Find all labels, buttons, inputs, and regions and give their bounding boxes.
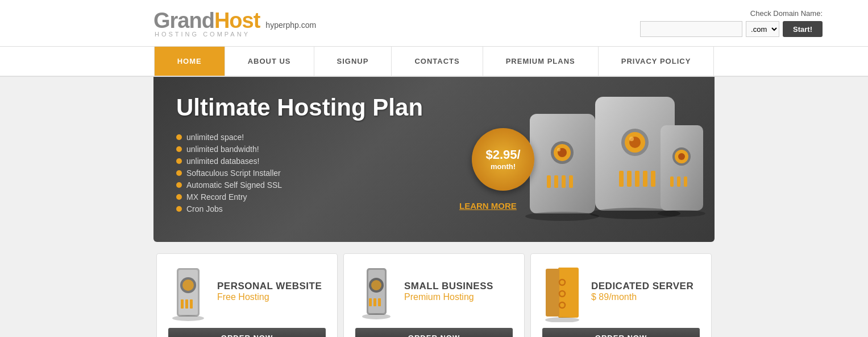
domain-check-row: .com .net .org .info Start! (640, 21, 823, 37)
card-personal-title: PERSONAL WEBSITE (217, 281, 326, 292)
svg-rect-42 (373, 298, 376, 306)
card-dedicated-order-btn[interactable]: ORDER NOW (542, 328, 700, 337)
feature-2: unlimited bandwidth! (176, 145, 692, 154)
price-period: month! (491, 162, 516, 171)
card-business-subtitle: Premium Hosting (404, 292, 513, 302)
bullet-icon (176, 146, 182, 152)
svg-point-40 (371, 280, 381, 290)
logo-main: GrandHost hyperphp.com (153, 9, 316, 33)
card-business: SMALL BUSINESS Premium Hosting ORDER NOW (343, 253, 525, 337)
card-personal-inner: PERSONAL WEBSITE Free Hosting (168, 265, 326, 322)
svg-point-51 (545, 317, 579, 322)
hero-features: unlimited space! unlimited bandwidth! un… (176, 133, 692, 213)
card-business-info: SMALL BUSINESS Premium Hosting (404, 281, 513, 307)
logo-subtitle: HOSTING COMPANY (153, 31, 316, 38)
start-button[interactable]: Start! (783, 21, 823, 37)
main-nav: HOME ABOUT US SIGNUP CONTACTS PREMIUM PL… (0, 47, 868, 77)
hero-banner: Ultimate Hosting Plan unlimited space! u… (153, 77, 715, 242)
svg-rect-43 (378, 298, 381, 306)
hero-content: Ultimate Hosting Plan unlimited space! u… (176, 94, 692, 225)
feature-4: Softaculous Script Installer (176, 168, 692, 178)
card-dedicated-inner: DEDICATED SERVER $ 89/month (542, 265, 700, 322)
card-personal-info: PERSONAL WEBSITE Free Hosting (217, 281, 326, 307)
nav-item-about[interactable]: ABOUT US (225, 47, 314, 76)
card-personal-order-btn[interactable]: ORDER NOW (168, 328, 326, 337)
svg-rect-46 (558, 268, 579, 318)
svg-point-32 (182, 280, 194, 291)
card-dedicated-subtitle: $ 89/month (591, 292, 700, 302)
logo-area: GrandHost hyperphp.com HOSTING COMPANY (153, 9, 316, 38)
logo-text: GrandHost (153, 9, 260, 33)
nav-item-home[interactable]: HOME (154, 47, 225, 76)
bullet-icon (176, 158, 182, 164)
bullet-icon (176, 194, 182, 200)
svg-rect-34 (185, 299, 188, 309)
logo-url: hyperphp.com (265, 20, 316, 30)
bullet-icon (176, 134, 182, 140)
svg-point-44 (362, 314, 391, 319)
domain-check-label: Check Domain Name: (750, 9, 823, 18)
domain-input[interactable] (640, 21, 742, 37)
card-business-order-btn[interactable]: ORDER NOW (355, 328, 513, 337)
nav-item-contacts[interactable]: CONTACTS (392, 47, 483, 76)
header: GrandHost hyperphp.com HOSTING COMPANY C… (0, 0, 868, 47)
feature-3: unlimited databases! (176, 157, 692, 166)
svg-point-36 (172, 315, 204, 321)
feature-7: Cron Jobs (176, 204, 692, 213)
card-business-title: SMALL BUSINESS (404, 281, 513, 292)
learn-more-link[interactable]: LEARN MORE (459, 201, 517, 211)
business-server-icon (355, 265, 395, 322)
hosting-cards: PERSONAL WEBSITE Free Hosting ORDER NOW (153, 253, 715, 337)
dedicated-server-icon (542, 265, 582, 322)
price-badge: $2.95/ month! (472, 128, 534, 191)
feature-6: MX Record Entry (176, 192, 692, 202)
nav-item-signup[interactable]: SIGNUP (314, 47, 392, 76)
personal-server-icon (168, 265, 208, 322)
domain-tld-select[interactable]: .com .net .org .info (746, 21, 779, 37)
card-personal-subtitle: Free Hosting (217, 292, 326, 302)
hero-title: Ultimate Hosting Plan (176, 94, 692, 121)
feature-1: unlimited space! (176, 133, 692, 142)
nav-item-privacy[interactable]: PRIVACY POLICY (599, 47, 715, 76)
feature-5: Automatic Self Signed SSL (176, 180, 692, 190)
card-dedicated-info: DEDICATED SERVER $ 89/month (591, 281, 700, 307)
price-amount: $2.95/ (485, 148, 520, 162)
svg-rect-47 (546, 269, 559, 317)
nav-item-premium[interactable]: PREMIUM PLANS (483, 47, 599, 76)
svg-rect-33 (181, 299, 184, 309)
svg-rect-41 (369, 298, 372, 306)
bullet-icon (176, 206, 182, 212)
bullet-icon (176, 170, 182, 176)
svg-rect-35 (190, 299, 193, 309)
card-personal: PERSONAL WEBSITE Free Hosting ORDER NOW (156, 253, 338, 337)
domain-check-area: Check Domain Name: .com .net .org .info … (640, 9, 823, 37)
card-dedicated-title: DEDICATED SERVER (591, 281, 700, 292)
card-dedicated: DEDICATED SERVER $ 89/month ORDER NOW (530, 253, 712, 337)
card-business-inner: SMALL BUSINESS Premium Hosting (355, 265, 513, 322)
bullet-icon (176, 182, 182, 188)
